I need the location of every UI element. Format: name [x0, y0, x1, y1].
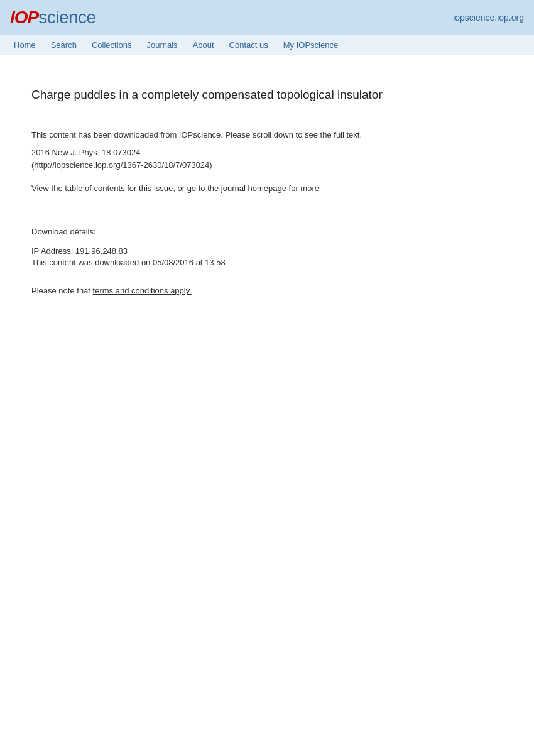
nav-link-about[interactable]: About — [185, 35, 222, 55]
logo: IOPscience — [10, 8, 96, 28]
download-date: This content was downloaded on 05/08/201… — [31, 258, 503, 267]
view-suffix: for more — [286, 184, 319, 193]
citation-url: (http://iopscience.iop.org/1367-2630/18/… — [31, 160, 503, 170]
terms-prefix: Please note that — [31, 286, 93, 295]
download-details-label: Download details: — [31, 227, 503, 236]
nav-link-myiop[interactable]: My IOPscience — [276, 35, 346, 55]
main-nav: Home Search Collections Journals About C… — [0, 35, 534, 55]
main-content: Charge puddles in a completely compensat… — [0, 55, 534, 314]
view-links: View the table of contents for this issu… — [31, 182, 503, 195]
terms-link[interactable]: terms and conditions apply. — [93, 286, 192, 295]
view-middle: , or go to the — [173, 184, 221, 193]
logo-iop: IOP — [10, 8, 38, 28]
article-title: Charge puddles in a completely compensat… — [31, 87, 503, 104]
nav-link-home[interactable]: Home — [6, 35, 43, 55]
nav-item-about[interactable]: About — [185, 35, 222, 55]
nav-link-journals[interactable]: Journals — [139, 35, 185, 55]
nav-item-collections[interactable]: Collections — [84, 35, 139, 55]
logo-science: science — [38, 8, 95, 28]
ip-address: IP Address: 191.96.248.83 — [31, 246, 503, 256]
citation-info: 2016 New J. Phys. 18 073024 — [31, 148, 503, 157]
table-of-contents-link[interactable]: the table of contents for this issue — [52, 184, 173, 193]
terms-notice: Please note that terms and conditions ap… — [31, 286, 503, 295]
nav-item-journals[interactable]: Journals — [139, 35, 185, 55]
view-prefix: View — [31, 184, 52, 193]
site-url-link[interactable]: iopscience.iop.org — [453, 13, 524, 23]
nav-link-contact[interactable]: Contact us — [222, 35, 276, 55]
nav-link-search[interactable]: Search — [43, 35, 84, 55]
journal-homepage-link[interactable]: journal homepage — [221, 184, 286, 193]
nav-link-collections[interactable]: Collections — [84, 35, 139, 55]
nav-item-contact[interactable]: Contact us — [222, 35, 276, 55]
nav-item-search[interactable]: Search — [43, 35, 84, 55]
nav-item-home[interactable]: Home — [6, 35, 43, 55]
download-notice: This content has been downloaded from IO… — [31, 129, 503, 142]
site-header: IOPscience iopscience.iop.org — [0, 0, 534, 35]
nav-item-myiop[interactable]: My IOPscience — [276, 35, 346, 55]
